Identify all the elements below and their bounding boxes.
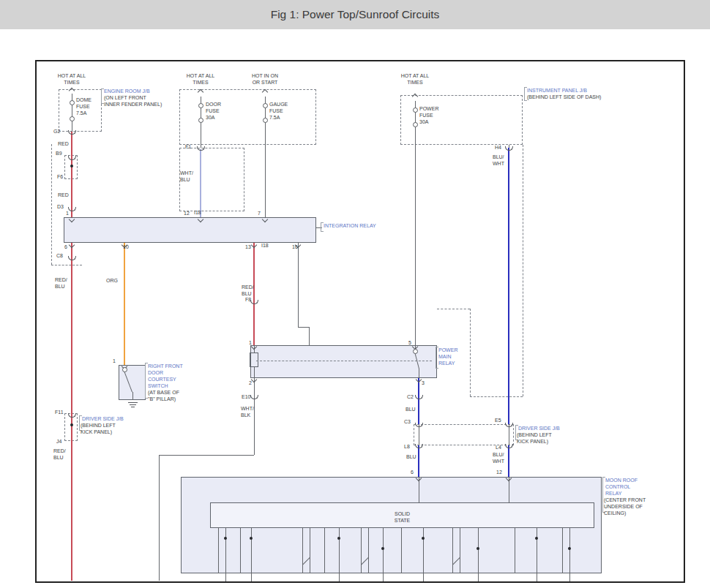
itg-pin-1: 1 bbox=[66, 211, 69, 217]
wire-segment bbox=[159, 455, 254, 456]
wire-segment bbox=[71, 132, 72, 217]
wire-segment bbox=[423, 573, 424, 581]
jb-dashed-outline-segment bbox=[523, 145, 523, 396]
itg-pin-16: 16 bbox=[292, 244, 298, 251]
integration-relay-box bbox=[64, 217, 316, 243]
wire-segment bbox=[218, 528, 219, 573]
courtesy-switch-label: RIGHT FRONT DOOR COURTESY SWITCH bbox=[148, 363, 183, 390]
pmr-pin-1: 1 bbox=[249, 340, 252, 347]
wire-segment bbox=[124, 243, 125, 365]
moon-roof-relay-location: (CENTER FRONT UNDERSIDE OF CEILING) bbox=[604, 497, 646, 517]
connector-icon bbox=[415, 444, 423, 448]
junction-dot bbox=[224, 537, 227, 540]
courtesy-switch-location: (AT BASE OF "B" PILLAR) bbox=[148, 390, 179, 403]
wire-segment bbox=[310, 528, 310, 573]
connector-b9: B9 bbox=[56, 151, 62, 157]
terminal-circle-icon bbox=[413, 349, 418, 354]
connector-icon bbox=[68, 256, 76, 260]
power-main-relay-label: POWER MAIN RELAY bbox=[438, 347, 457, 367]
connector-c8: C8 bbox=[56, 253, 63, 260]
wire-segment bbox=[339, 573, 340, 581]
wire-segment bbox=[537, 528, 537, 573]
ground-icon bbox=[130, 404, 136, 405]
wire-org: ORG bbox=[106, 278, 118, 284]
connector-f11: F11 bbox=[55, 410, 64, 416]
power-main-relay-box bbox=[250, 345, 437, 378]
driver-side-jb1-label: DRIVER SIDE J/B bbox=[82, 416, 124, 423]
figure-title: Fig 1: Power Top/Sunroof Circuits bbox=[271, 8, 440, 21]
connector-g2: G2 bbox=[53, 129, 60, 135]
wire-segment bbox=[368, 528, 369, 573]
pmr-pin-5: 5 bbox=[408, 340, 411, 347]
wire-red-blu-3: RED/ BLU bbox=[53, 448, 66, 461]
wire-segment bbox=[478, 573, 479, 581]
wire-segment bbox=[251, 528, 252, 573]
power-fuse-label: POWER FUSE 30A bbox=[419, 106, 438, 126]
mr-pin-6: 6 bbox=[411, 470, 414, 476]
wire-segment bbox=[508, 148, 509, 424]
itg-pin-6: 6 bbox=[64, 244, 67, 251]
instrument-panel-jb-location: (BEHIND LEFT SIDE OF DASH) bbox=[527, 94, 601, 101]
mr-pin-12: 12 bbox=[496, 470, 502, 476]
wire-segment bbox=[419, 424, 419, 445]
terminal-circle-icon bbox=[122, 367, 127, 372]
wire-segment bbox=[401, 528, 402, 573]
wire-segment bbox=[240, 528, 241, 573]
wire-segment bbox=[201, 120, 201, 148]
junction-dot bbox=[250, 537, 253, 540]
wire-segment bbox=[298, 243, 299, 327]
wire-segment bbox=[537, 573, 537, 581]
connector-icon bbox=[250, 395, 258, 399]
connector-icon bbox=[68, 207, 76, 211]
jb-dashed-outline-segment bbox=[256, 361, 432, 361]
instrument-panel-jb-label: INSTRUMENT PANEL J/B bbox=[527, 88, 587, 94]
pin-arrow-icon bbox=[69, 242, 75, 248]
feed-1-label: HOT AT ALL TIMES bbox=[50, 73, 94, 86]
moon-roof-relay-label: MOON ROOF CONTROL RELAY bbox=[605, 478, 638, 497]
courtesy-pin-1: 1 bbox=[113, 358, 116, 365]
wire-segment bbox=[452, 528, 453, 573]
itg-pin-7: 7 bbox=[258, 211, 261, 217]
wire-segment bbox=[132, 392, 133, 400]
itg-pin-10: 10 bbox=[123, 244, 129, 251]
wire-blu-1: BLU bbox=[406, 407, 416, 413]
wire-segment bbox=[415, 124, 416, 345]
wire-segment bbox=[361, 528, 362, 573]
ground-icon bbox=[128, 402, 138, 403]
feed-4-label: HOT AT ALL TIMES bbox=[393, 73, 437, 86]
terminal-circle-icon bbox=[198, 103, 203, 108]
wire-segment bbox=[159, 455, 160, 581]
wire-wht-blu: WHT/ BLU bbox=[180, 170, 193, 184]
wire-segment bbox=[251, 573, 252, 581]
wire-segment bbox=[225, 573, 226, 581]
wire-red-blu-2: RED/ BLU bbox=[242, 284, 254, 298]
wire-red-2: RED bbox=[58, 192, 69, 199]
wire-segment bbox=[418, 378, 419, 424]
junction-dot bbox=[477, 547, 479, 550]
wire-blu-2: BLU bbox=[406, 454, 416, 461]
jb-dashed-outline-segment bbox=[51, 265, 82, 265]
connector-j4: J4 bbox=[56, 439, 61, 445]
driver-side-jb2-label: DRIVER SIDE J/B bbox=[518, 426, 560, 432]
wire-blu-wht-2: BLU/ WHT bbox=[493, 452, 504, 465]
driver-side-jb2-box bbox=[414, 424, 514, 445]
wire-segment bbox=[71, 243, 72, 581]
wire-segment bbox=[324, 528, 325, 573]
connector-icon bbox=[505, 146, 513, 151]
connector-l8: L8 bbox=[404, 444, 410, 451]
connector-f6: F6 bbox=[57, 174, 63, 181]
wire-red-blu-1: RED/ BLU bbox=[55, 277, 67, 290]
wire-blu-wht-1: BLU/ WHT bbox=[493, 154, 504, 167]
driver-side-jb2-location: (BEHIND LEFT KICK PANEL) bbox=[517, 432, 552, 445]
junction-dot bbox=[337, 537, 340, 540]
itg-pin-12: 12 bbox=[184, 211, 190, 217]
wire-segment bbox=[508, 445, 509, 477]
junction-dot bbox=[381, 547, 384, 550]
connector-i18-bottom: I18 bbox=[261, 243, 269, 249]
connector-f1: F1 bbox=[185, 144, 191, 151]
connector-icon bbox=[415, 395, 423, 399]
wire-segment bbox=[423, 528, 424, 573]
terminal-circle-icon bbox=[198, 118, 203, 123]
wire-segment bbox=[515, 528, 515, 573]
connector-icon bbox=[68, 130, 76, 135]
